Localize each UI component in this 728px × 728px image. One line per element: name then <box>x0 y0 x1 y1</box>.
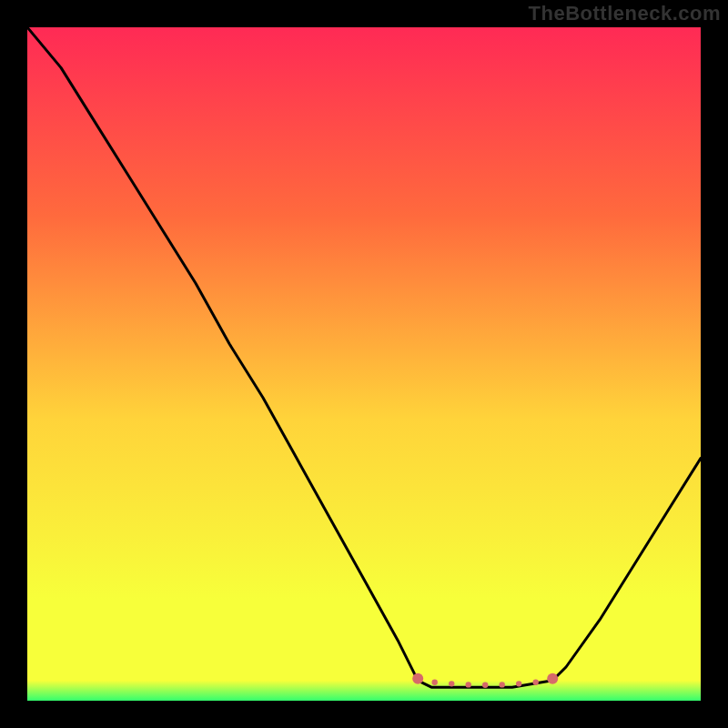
svg-point-2 <box>547 673 558 684</box>
plot-area <box>27 27 701 701</box>
chart-svg <box>27 27 701 701</box>
chart-container: TheBottleneck.com <box>0 0 728 728</box>
watermark-text: TheBottleneck.com <box>529 2 721 25</box>
svg-point-6 <box>482 682 488 688</box>
svg-point-3 <box>432 680 438 685</box>
svg-rect-0 <box>27 27 701 701</box>
svg-point-5 <box>466 682 471 687</box>
svg-point-1 <box>412 673 423 684</box>
svg-point-8 <box>516 681 521 686</box>
svg-point-9 <box>533 680 539 685</box>
svg-point-7 <box>500 682 505 687</box>
svg-point-4 <box>449 681 454 686</box>
